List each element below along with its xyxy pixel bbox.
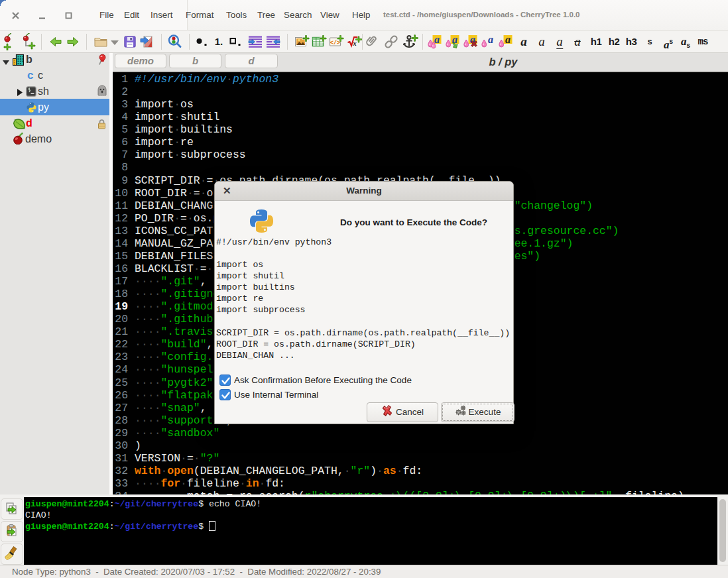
svg-text:</>: </>: [330, 40, 340, 46]
svg-text:a: a: [434, 34, 440, 45]
svg-text:a: a: [505, 34, 511, 45]
svg-text:a: a: [488, 34, 493, 45]
